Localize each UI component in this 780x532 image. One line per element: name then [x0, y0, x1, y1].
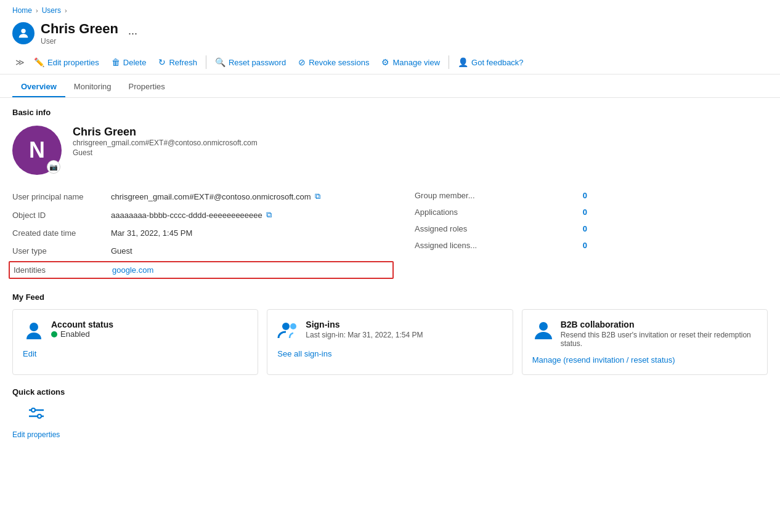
- see-all-signins-link[interactable]: See all sign-ins: [277, 349, 502, 358]
- feedback-icon: 👤: [458, 57, 468, 67]
- stat-licenses-value[interactable]: 0: [575, 241, 587, 250]
- quick-actions-heading: Quick actions: [12, 387, 768, 397]
- svg-point-3: [290, 323, 296, 329]
- info-right: Group member... 0 Applications 0 Assigne…: [390, 187, 768, 280]
- stat-licenses: Assigned licens... 0: [415, 237, 587, 254]
- status-dot: [51, 331, 57, 337]
- account-status-value: Enabled: [51, 329, 113, 339]
- svg-point-0: [21, 29, 25, 33]
- tab-monitoring[interactable]: Monitoring: [65, 77, 120, 97]
- revoke-sessions-button[interactable]: ⊘ Revoke sessions: [292, 54, 375, 70]
- page-title: Chris Green: [41, 21, 118, 37]
- b2b-icon: [532, 320, 555, 342]
- stat-group-value[interactable]: 0: [575, 191, 587, 200]
- account-status-header: Account status Enabled: [23, 320, 248, 342]
- objectid-value: aaaaaaaa-bbbb-cccc-dddd-eeeeeeeeeeee ⧉: [111, 210, 272, 220]
- toolbar-divider: [206, 55, 206, 69]
- stat-licenses-label: Assigned licens...: [415, 241, 477, 250]
- upn-copy-icon[interactable]: ⧉: [315, 191, 320, 201]
- user-name-block: Chris Green chrisgreen_gmail.com#EXT#@co…: [73, 126, 258, 157]
- upn-label: User principal name: [12, 192, 111, 201]
- svg-point-6: [31, 408, 35, 412]
- tab-bar: Overview Monitoring Properties: [0, 77, 780, 98]
- svg-point-4: [539, 322, 548, 331]
- sign-ins-card: Sign-ins Last sign-in: Mar 31, 2022, 1:5…: [267, 309, 513, 375]
- delete-icon: 🗑: [112, 57, 120, 67]
- edit-icon: ✏️: [34, 57, 44, 67]
- account-status-text-block: Account status Enabled: [51, 320, 113, 339]
- info-row-upn: User principal name chrisgreen_gmail.com…: [12, 187, 390, 206]
- sign-ins-header: Sign-ins Last sign-in: Mar 31, 2022, 1:5…: [277, 320, 502, 342]
- b2b-header: B2B collaboration Resend this B2B user's…: [532, 320, 757, 348]
- objectid-label: Object ID: [12, 211, 111, 220]
- tab-properties[interactable]: Properties: [120, 77, 174, 97]
- identities-label: Identities: [14, 265, 112, 275]
- delete-button[interactable]: 🗑 Delete: [105, 54, 153, 70]
- b2b-manage-link[interactable]: Manage (resend invitation / reset status…: [532, 355, 757, 365]
- avatar-camera-button[interactable]: 📷: [47, 160, 60, 174]
- header-title-block: Chris Green User: [41, 21, 118, 46]
- basic-info-top: N 📷 Chris Green chrisgreen_gmail.com#EXT…: [12, 126, 768, 175]
- sign-ins-detail: Last sign-in: Mar 31, 2022, 1:54 PM: [306, 331, 423, 339]
- collapse-button[interactable]: ≫: [12, 54, 28, 70]
- sliders-icon: [26, 404, 47, 427]
- svg-point-1: [30, 323, 38, 331]
- b2b-collaboration-card: B2B collaboration Resend this B2B user's…: [522, 309, 768, 375]
- usertype-label: User type: [12, 246, 111, 256]
- objectid-copy-icon[interactable]: ⧉: [266, 210, 272, 220]
- avatar: N 📷: [12, 126, 62, 175]
- account-status-icon: [23, 320, 45, 342]
- reset-password-icon: 🔍: [215, 57, 225, 67]
- toolbar-divider-2: [449, 55, 449, 69]
- info-row-usertype: User type Guest: [12, 242, 390, 260]
- usertype-value: Guest: [111, 246, 132, 256]
- breadcrumb-home[interactable]: Home: [12, 6, 32, 15]
- manage-view-button[interactable]: ⚙ Manage view: [375, 54, 446, 70]
- stat-roles: Assigned roles 0: [415, 220, 587, 237]
- page-header: Chris Green User ···: [0, 18, 780, 50]
- refresh-icon: ↻: [158, 57, 166, 67]
- account-status-edit-link[interactable]: Edit: [23, 349, 248, 358]
- b2b-detail: Resend this B2B user's invitation or res…: [561, 331, 757, 348]
- identities-link[interactable]: google.com: [112, 265, 153, 275]
- sign-ins-title: Sign-ins: [306, 320, 423, 329]
- edit-properties-button[interactable]: ✏️ Edit properties: [28, 54, 105, 70]
- info-left: User principal name chrisgreen_gmail.com…: [12, 187, 390, 280]
- stat-roles-label: Assigned roles: [415, 224, 467, 233]
- info-row-identities: Identities google.com: [9, 261, 394, 279]
- svg-point-2: [282, 323, 290, 330]
- stat-apps-value[interactable]: 0: [575, 208, 587, 217]
- reset-password-button[interactable]: 🔍 Reset password: [209, 54, 292, 70]
- identities-value: google.com: [112, 265, 153, 275]
- quick-action-edit-label: Edit properties: [12, 430, 60, 439]
- breadcrumb-users[interactable]: Users: [42, 6, 61, 15]
- sign-ins-text-block: Sign-ins Last sign-in: Mar 31, 2022, 1:5…: [306, 320, 423, 339]
- quick-action-edit-properties[interactable]: Edit properties: [12, 404, 60, 439]
- toolbar: ≫ ✏️ Edit properties 🗑 Delete ↻ Refresh …: [0, 50, 780, 75]
- page-subtitle: User: [41, 37, 118, 46]
- user-display-name: Chris Green: [73, 126, 258, 139]
- created-value: Mar 31, 2022, 1:45 PM: [111, 228, 192, 238]
- upn-value: chrisgreen_gmail.com#EXT#@contoso.onmicr…: [111, 191, 320, 201]
- user-email: chrisgreen_gmail.com#EXT#@contoso.onmicr…: [73, 139, 258, 147]
- main-content: Basic info N 📷 Chris Green chrisgreen_gm…: [0, 98, 780, 449]
- info-row-created: Created date time Mar 31, 2022, 1:45 PM: [12, 224, 390, 242]
- basic-info-heading: Basic info: [12, 108, 768, 117]
- quick-actions-grid: Edit properties: [12, 404, 768, 439]
- info-grid: User principal name chrisgreen_gmail.com…: [12, 187, 768, 280]
- my-feed-heading: My Feed: [12, 292, 768, 302]
- tab-overview[interactable]: Overview: [12, 77, 65, 97]
- sign-ins-icon: [277, 320, 299, 342]
- b2b-text-block: B2B collaboration Resend this B2B user's…: [561, 320, 757, 348]
- stat-apps-label: Applications: [415, 208, 458, 217]
- got-feedback-button[interactable]: 👤 Got feedback?: [452, 54, 530, 70]
- stat-group-label: Group member...: [415, 191, 475, 200]
- user-header-icon: [12, 22, 35, 44]
- account-status-title: Account status: [51, 320, 113, 329]
- more-options-button[interactable]: ···: [124, 26, 141, 41]
- breadcrumb: Home › Users ›: [0, 0, 780, 18]
- user-type-label: Guest: [73, 148, 258, 157]
- refresh-button[interactable]: ↻ Refresh: [152, 54, 203, 70]
- svg-point-8: [38, 414, 41, 418]
- stat-roles-value[interactable]: 0: [575, 224, 587, 233]
